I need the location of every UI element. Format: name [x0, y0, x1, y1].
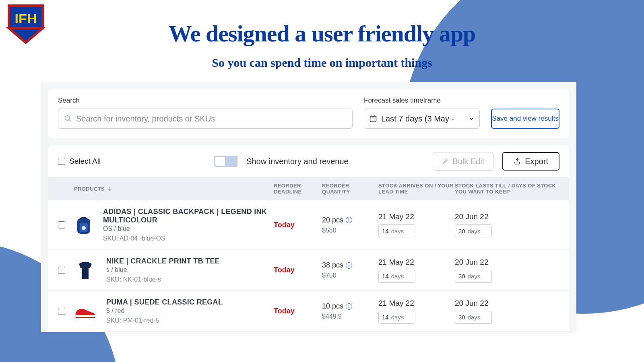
svg-rect-5: [370, 116, 376, 121]
lasts-date: 20 Jun 22: [455, 212, 559, 221]
reorder-deadline: Today: [274, 266, 295, 274]
export-icon: [514, 158, 521, 165]
product-title: ADIDAS | CLASSIC BACKPACK | LEGEND INK M…: [103, 208, 274, 224]
keep-days-input[interactable]: 30days: [455, 224, 492, 237]
keep-days-input[interactable]: 30days: [455, 311, 492, 324]
reorder-qty: 20 pcs i: [322, 216, 378, 224]
calendar-icon: [369, 115, 377, 123]
svg-point-3: [65, 116, 70, 121]
reorder-cost: $580: [322, 227, 378, 234]
timeframe-value: Last 7 days (3 May -: [381, 114, 454, 123]
lead-days-input[interactable]: 14days: [378, 224, 415, 237]
table-header: PRODUCTS REORDER DEADLINE REORDER QUANTI…: [48, 177, 569, 200]
arrow-down-icon: [107, 186, 113, 191]
chevron-down-icon: [468, 115, 475, 122]
row-checkbox[interactable]: [58, 267, 65, 274]
toolbar: Select All Show inventory and revenue Bu…: [48, 146, 569, 177]
col-stock-arrives: STOCK ARRIVES ON / YOUR LEAD TIME: [378, 183, 455, 195]
reorder-deadline: Today: [274, 221, 295, 229]
product-thumb: [74, 259, 97, 282]
col-products[interactable]: PRODUCTS: [74, 183, 274, 195]
search-input[interactable]: Search for inventory, products or SKUs: [58, 109, 353, 129]
keep-days-input[interactable]: 30days: [455, 270, 492, 283]
svg-rect-13: [76, 315, 95, 317]
checkbox-icon: [58, 158, 65, 165]
product-title: NIKE | CRACKLE PRINT TB TEE: [106, 257, 220, 265]
info-icon[interactable]: i: [346, 303, 352, 310]
product-variant: s / blue: [106, 266, 220, 274]
reorder-qty: 10 pcs i: [322, 302, 378, 311]
reorder-cost: $449.9: [322, 313, 378, 320]
reorder-deadline: Today: [274, 307, 295, 315]
search-label: Search: [58, 97, 353, 105]
app-panel: Search Search for inventory, products or…: [41, 82, 576, 332]
hero-title: We designed a user friendly app: [0, 20, 644, 47]
info-icon[interactable]: i: [346, 217, 352, 223]
product-thumb: [74, 300, 97, 323]
show-inventory-label: Show inventory and revenue: [246, 157, 349, 166]
lasts-date: 20 Jun 22: [455, 258, 559, 267]
product-sku: SKU: NK-01-blue-s: [106, 276, 220, 283]
product-variant: OS / blue: [103, 225, 274, 232]
table-body: ADIDAS | CLASSIC BACKPACK | LEGEND INK M…: [48, 200, 569, 332]
timeframe-select[interactable]: Last 7 days (3 May -: [364, 109, 480, 129]
save-view-button[interactable]: Save and view results: [491, 109, 559, 129]
table-row: PUMA | SUEDE CLASSIC REGAL5 / redSKU: PM…: [48, 291, 569, 332]
reorder-cost: $750: [322, 272, 378, 279]
col-stock-lasts: STOCK LASTS TILL / DAYS OF STOCK YOU WAN…: [455, 183, 559, 195]
lead-days-input[interactable]: 14days: [378, 311, 415, 324]
col-reorder-quantity: REORDER QUANTITY: [322, 183, 378, 195]
reorder-qty: 38 pcs i: [322, 261, 378, 269]
search-placeholder: Search for inventory, products or SKUs: [76, 114, 215, 123]
timeframe-label: Forecast sales timeframe: [364, 97, 480, 105]
select-all-checkbox[interactable]: Select All: [58, 157, 101, 166]
row-checkbox[interactable]: [58, 221, 65, 228]
export-button[interactable]: Export: [502, 152, 559, 171]
arrive-date: 21 May 22: [378, 212, 455, 221]
search-icon: [64, 115, 72, 123]
lead-days-input[interactable]: 14days: [378, 270, 415, 283]
product-sku: SKU: PM-01-red-5: [106, 317, 223, 324]
show-inventory-toggle[interactable]: [214, 156, 237, 167]
product-sku: SKU: AD-04 -blue-OS: [103, 235, 274, 242]
row-checkbox[interactable]: [58, 308, 65, 315]
table-row: NIKE | CRACKLE PRINT TB TEEs / blueSKU: …: [48, 250, 569, 291]
search-card: Search Search for inventory, products or…: [48, 89, 569, 138]
arrive-date: 21 May 22: [378, 258, 455, 267]
col-reorder-deadline: REORDER DEADLINE: [274, 183, 322, 195]
pencil-icon: [442, 158, 449, 165]
arrive-date: 21 May 22: [378, 299, 455, 308]
info-icon[interactable]: i: [346, 262, 352, 269]
table-row: ADIDAS | CLASSIC BACKPACK | LEGEND INK M…: [48, 200, 569, 250]
bulk-edit-button[interactable]: Bulk Edit: [433, 152, 493, 171]
svg-line-4: [69, 120, 71, 121]
svg-rect-14: [76, 317, 95, 318]
product-variant: 5 / red: [106, 307, 223, 315]
product-title: PUMA | SUEDE CLASSIC REGAL: [106, 298, 223, 306]
svg-point-12: [82, 226, 86, 230]
product-thumb: [74, 214, 93, 236]
lasts-date: 20 Jun 22: [455, 299, 559, 308]
hero-subtitle: So you can spend time on important thing…: [0, 56, 644, 70]
